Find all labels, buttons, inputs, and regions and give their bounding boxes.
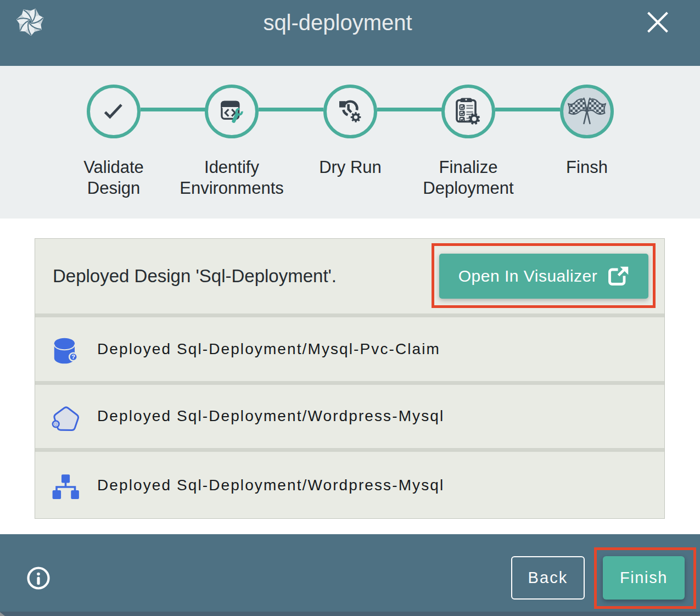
svg-text:?: ? (71, 354, 75, 360)
